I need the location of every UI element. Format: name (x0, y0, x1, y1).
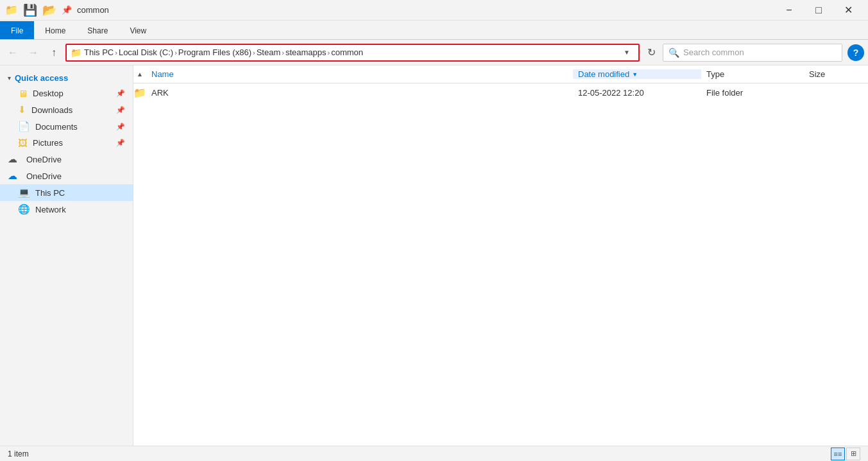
breadcrumb: This PC › Local Disk (C:) › Program File… (84, 48, 617, 57)
back-button[interactable]: ← (4, 44, 22, 62)
sidebar-item-thispc-label: This PC (35, 188, 125, 198)
file-date: 12-05-2022 12:20 (573, 88, 701, 98)
address-bar[interactable]: 📁 This PC › Local Disk (C:) › Program Fi… (65, 44, 640, 62)
sidebar-item-documents[interactable]: 📄 Documents 📌 (0, 118, 133, 135)
title-bar: 📁 💾 📂 📌 common − □ ✕ (0, 0, 868, 21)
col-date-sort-icon: ▼ (632, 71, 638, 78)
col-name-label: Name (151, 69, 174, 79)
tab-view[interactable]: View (119, 21, 157, 39)
sidebar: ▾ Quick access 🖥 Desktop 📌 ⬇ Downloads 📌… (0, 65, 133, 446)
downloads-icon: ⬇ (18, 104, 26, 116)
save-icon: 💾 (23, 3, 37, 17)
main-content: ▾ Quick access 🖥 Desktop 📌 ⬇ Downloads 📌… (0, 65, 868, 446)
col-name-header[interactable]: Name (146, 69, 573, 79)
search-icon: 🔍 (668, 48, 679, 58)
breadcrumb-common[interactable]: common (331, 48, 363, 57)
onedrive-blue-icon: ☁ (8, 170, 17, 182)
view-toggle-buttons: ≡≡ ⊞ (831, 448, 860, 460)
forward-button[interactable]: → (24, 44, 42, 62)
search-bar[interactable]: 🔍 Search common (663, 44, 842, 62)
documents-icon: 📄 (18, 121, 30, 132)
sidebar-item-downloads[interactable]: ⬇ Downloads 📌 (0, 101, 133, 118)
large-icon-view-button[interactable]: ⊞ (846, 448, 860, 460)
desktop-icon: 🖥 (18, 88, 28, 99)
breadcrumb-c[interactable]: Local Disk (C:) (119, 48, 173, 57)
onedrive-personal-icon: ☁ (8, 153, 17, 165)
quick-access-arrow: ▾ (8, 74, 11, 82)
details-view-button[interactable]: ≡≡ (831, 448, 845, 460)
pin-icon: 📌 (62, 5, 72, 15)
window-title: common (77, 5, 769, 15)
file-folder-icon: 📁 (133, 87, 146, 99)
sidebar-item-network-label: Network (35, 205, 125, 214)
pictures-icon: 🖼 (18, 137, 28, 148)
sidebar-item-documents-label: Documents (35, 122, 111, 132)
file-list: ▲ Name Date modified ▼ Type Size 📁 ARK 1… (133, 65, 868, 446)
status-bar: 1 item ≡≡ ⊞ (0, 446, 868, 461)
onedrive-personal-label: OneDrive (26, 155, 125, 164)
file-row-icon-col: 📁 (133, 87, 146, 99)
tab-file[interactable]: File (0, 21, 34, 39)
quick-access-label: Quick access (15, 73, 68, 83)
refresh-button[interactable]: ↻ (642, 44, 660, 62)
ribbon-tabs: File Home Share View (0, 21, 868, 40)
documents-pin-icon: 📌 (116, 123, 125, 131)
help-button[interactable]: ? (847, 44, 864, 61)
table-row[interactable]: 📁 ARK 12-05-2022 12:20 File folder (133, 83, 868, 101)
folder-icon-title: 📂 (42, 3, 56, 17)
tab-share[interactable]: Share (76, 21, 119, 39)
address-bar-row: ← → ↑ 📁 This PC › Local Disk (C:) › Prog… (0, 40, 868, 65)
desktop-pin-icon: 📌 (116, 89, 125, 98)
breadcrumb-steamapps[interactable]: steamapps (285, 48, 327, 57)
sidebar-item-pictures-label: Pictures (33, 138, 111, 148)
onedrive-blue-label: OneDrive (26, 171, 125, 181)
minimize-button[interactable]: − (774, 0, 804, 21)
address-folder-icon: 📁 (71, 48, 81, 58)
search-placeholder: Search common (683, 48, 837, 57)
up-button[interactable]: ↑ (45, 44, 63, 62)
file-type: File folder (701, 88, 804, 98)
sidebar-item-pictures[interactable]: 🖼 Pictures 📌 (0, 135, 133, 151)
col-date-label: Date modified (578, 69, 629, 79)
maximize-button[interactable]: □ (804, 0, 833, 21)
col-type-header[interactable]: Type (701, 69, 804, 79)
window-controls: − □ ✕ (774, 0, 863, 21)
app-icon: 📁 (5, 4, 18, 16)
sidebar-section-onedrive-blue[interactable]: ☁ OneDrive (0, 168, 133, 184)
sidebar-item-network[interactable]: 🌐 Network (0, 201, 133, 218)
breadcrumb-thispc[interactable]: This PC (84, 48, 114, 57)
tab-home[interactable]: Home (34, 21, 76, 39)
status-item-count: 1 item (8, 449, 29, 458)
pictures-pin-icon: 📌 (116, 139, 125, 147)
col-date-header[interactable]: Date modified ▼ (573, 69, 701, 79)
network-icon: 🌐 (18, 204, 30, 215)
file-list-header: ▲ Name Date modified ▼ Type Size (133, 65, 868, 83)
sidebar-item-desktop[interactable]: 🖥 Desktop 📌 (0, 85, 133, 101)
expand-col: ▲ (133, 71, 146, 78)
sidebar-item-thispc[interactable]: 💻 This PC (0, 184, 133, 201)
breadcrumb-programfiles[interactable]: Program Files (x86) (178, 48, 251, 57)
breadcrumb-steam[interactable]: Steam (257, 48, 281, 57)
file-name: ARK (146, 88, 573, 98)
thispc-icon: 💻 (18, 187, 30, 198)
address-dropdown-button[interactable]: ▼ (619, 44, 634, 61)
col-size-label: Size (809, 69, 825, 79)
sidebar-item-desktop-label: Desktop (33, 89, 111, 98)
col-size-header[interactable]: Size (804, 69, 868, 79)
downloads-pin-icon: 📌 (116, 106, 125, 114)
sidebar-section-quick-access[interactable]: ▾ Quick access (0, 71, 133, 85)
col-type-label: Type (706, 69, 724, 79)
close-button[interactable]: ✕ (833, 0, 863, 21)
sidebar-item-downloads-label: Downloads (31, 105, 111, 115)
sidebar-section-onedrive-personal[interactable]: ☁ OneDrive (0, 151, 133, 168)
